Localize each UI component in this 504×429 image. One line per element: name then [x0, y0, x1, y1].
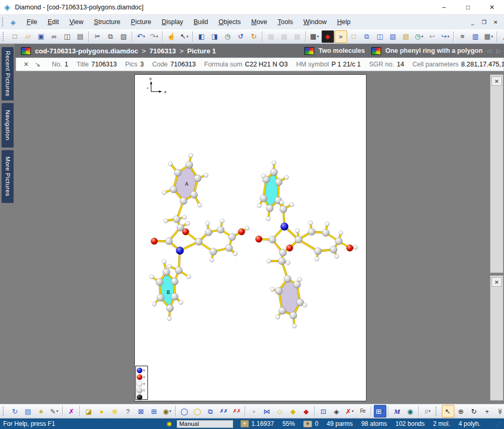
move-picture-button[interactable]: ▧ [387, 30, 399, 43]
mode-selector[interactable]: Manual [177, 420, 233, 428]
spot-atom-designs-dropdown-icon[interactable]: ▾ [169, 409, 171, 413]
picture-list-button[interactable]: ▤ [400, 30, 413, 43]
properties-list-button[interactable]: ▥ [469, 30, 482, 43]
cell-axes-button[interactable]: ◈ [330, 405, 343, 417]
toolbar-grip[interactable] [3, 32, 6, 41]
redo-dropdown-icon[interactable]: ▾ [156, 35, 158, 39]
close-panel-bottom-icon[interactable]: ✕ [491, 277, 502, 287]
menu-view[interactable]: View [64, 16, 89, 28]
mdi-minimize-button[interactable]: _ [467, 17, 478, 27]
redo-button[interactable]: ↷▾ [148, 30, 161, 43]
select-mode-button[interactable]: ↖ [442, 405, 454, 417]
cell-box-button[interactable]: ⊡ [317, 405, 330, 417]
cut-button[interactable]: ✂ [91, 30, 104, 43]
bond-open-button[interactable]: ◇ [274, 405, 287, 417]
picture-link-1[interactable]: One phenyl ring with a polygon [371, 47, 483, 55]
history-pane-button[interactable]: ◷ [222, 30, 234, 43]
goto-structure-icon[interactable]: ↘ [32, 61, 43, 68]
picture-history-button[interactable]: ◷▾ [413, 30, 426, 43]
grid-lines-dropdown-icon[interactable]: ▾ [429, 409, 431, 413]
breadcrumb-segment-2[interactable]: Picture 1 [187, 47, 216, 55]
pan-button[interactable]: ☝ [165, 30, 178, 43]
grid-lines-button[interactable]: #▾ [421, 405, 434, 417]
select-dropdown-icon[interactable]: ▾ [187, 35, 189, 39]
move-mode-button[interactable]: + [481, 405, 494, 417]
close-infobar-icon[interactable]: ✕ [20, 61, 32, 68]
remove-all-polyhedra-button[interactable]: ✗✗ [231, 405, 243, 417]
build-tools-dropdown-icon[interactable]: ▾ [56, 409, 59, 413]
create-bond-button[interactable]: ∘ [248, 405, 260, 417]
close-panel-top-icon[interactable]: ✕ [491, 76, 502, 86]
maximize-button[interactable]: □ [456, 0, 480, 14]
find-button[interactable]: ∞ [48, 30, 61, 43]
navigation-pane-button[interactable]: ◧ [196, 30, 208, 43]
update-picture-button[interactable]: ↻ [9, 405, 21, 417]
undo-button[interactable]: ↶▾ [135, 30, 147, 43]
table-structures-button[interactable]: ▦ [265, 30, 278, 43]
menu-tools[interactable]: Tools [272, 16, 298, 28]
menu-display[interactable]: Display [156, 16, 188, 28]
menu-help[interactable]: Help [332, 16, 356, 28]
bond-red-button[interactable]: ◆ [300, 405, 313, 417]
previous-picture-chevron-icon[interactable]: ◁ [486, 48, 492, 54]
undo-dropdown-icon[interactable]: ▾ [143, 35, 145, 39]
thumbnails-grid-dropdown-icon[interactable]: ▾ [317, 35, 319, 39]
data-sheet-pane-button[interactable]: ◨ [209, 30, 221, 43]
copy-picture-button[interactable]: ⧉ [361, 30, 373, 43]
sidebar-tab-recent-pictures[interactable]: Recent Pictures [2, 47, 14, 100]
translate-mode-button[interactable]: ⊕ [455, 405, 467, 417]
destroy-structure-button[interactable]: ✗ [65, 405, 78, 417]
build-wizard-button[interactable]: ∗ [35, 405, 48, 417]
report-view-button[interactable]: ≡ [456, 30, 469, 43]
picture-link-0[interactable]: Two molecules [304, 47, 365, 55]
remove-polyhedra-button[interactable]: ✗✗ [217, 405, 230, 417]
bond-filled-button[interactable]: ◆ [287, 405, 300, 417]
menu-picture[interactable]: Picture [125, 16, 156, 28]
diamond-box-button[interactable]: ◆ [322, 30, 334, 43]
menu-structure[interactable]: Structure [89, 16, 126, 28]
paste-button[interactable]: ▨ [118, 30, 130, 43]
picture-note-button[interactable]: ▤ [22, 405, 35, 417]
close-button[interactable]: ✕ [480, 0, 504, 14]
menu-edit[interactable]: Edit [42, 16, 64, 28]
atom-symbol-fe-button[interactable]: Fe [357, 405, 369, 417]
picture-history-dropdown-icon[interactable]: ▾ [421, 35, 423, 39]
select-button[interactable]: ↖▾ [178, 30, 191, 43]
structure-drawing[interactable]: ABbacNOHC [135, 75, 366, 401]
thumbnails-grid-button[interactable]: ▦▾ [308, 30, 321, 43]
distances-angles-button[interactable]: △ [500, 30, 504, 43]
add-single-atom-button[interactable]: ⊕ [109, 405, 121, 417]
edit-bonds-button[interactable]: ⋈ [261, 405, 273, 417]
picture-canvas[interactable]: ABbacNOHC [134, 74, 366, 401]
toolbar-grip[interactable] [3, 407, 6, 416]
document-icon[interactable]: ◈ [8, 17, 18, 27]
previous-picture-nav-button[interactable]: ↩ [426, 30, 439, 43]
breadcrumb-segment-0[interactable]: cod-7106313-polygons.diamdoc [35, 47, 138, 55]
menubar-grip[interactable] [2, 17, 6, 27]
mdi-close-button[interactable]: ✕ [490, 17, 501, 27]
save-button[interactable]: ▣ [35, 30, 48, 43]
sidebar-tab-more-pictures[interactable]: More Pictures [2, 150, 14, 203]
copy-picture-contents-button[interactable]: ◫ [374, 30, 386, 43]
menu-build[interactable]: Build [188, 16, 213, 28]
table-view-dropdown-icon[interactable]: ▾ [491, 35, 493, 39]
add-atoms-button[interactable]: ● [96, 405, 108, 417]
new-picture-button[interactable]: □ [348, 30, 360, 43]
menu-file[interactable]: File [21, 16, 42, 28]
build-tools-button[interactable]: ✎▾ [48, 405, 61, 417]
copy-button[interactable]: ⧉ [105, 30, 117, 43]
measure-button[interactable]: M [391, 405, 404, 417]
add-unknown-atom-button[interactable]: ? [122, 405, 134, 417]
fit-view-dropdown-icon[interactable]: ▾ [382, 409, 384, 413]
ring-blue-button[interactable]: ◯ [178, 405, 191, 417]
menu-window[interactable]: Window [298, 16, 331, 28]
toolbar-grip[interactable] [436, 407, 439, 416]
menu-objects[interactable]: Objects [213, 16, 246, 28]
table-export-button[interactable]: ▦ [291, 30, 304, 43]
next-picture-button[interactable]: » [335, 30, 347, 43]
polyhedra-button[interactable]: ⧉ [204, 405, 217, 417]
print-preview-button[interactable]: ◫ [61, 30, 74, 43]
fit-view-button[interactable]: ⊞▾ [374, 405, 386, 417]
ring-yellow-button[interactable]: ◯ [191, 405, 204, 417]
new-document-button[interactable]: □ [9, 30, 21, 43]
